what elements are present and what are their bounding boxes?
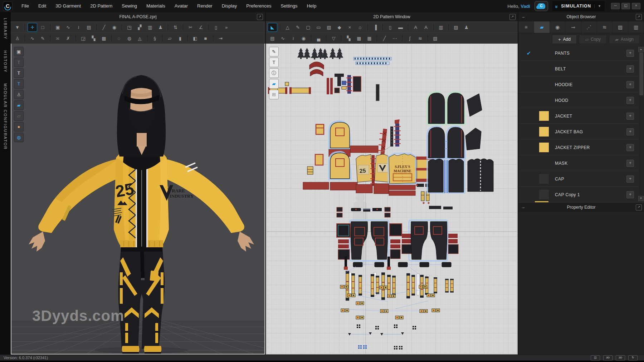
garment-pieces-tool[interactable]: ▞	[135, 23, 145, 32]
tape-b-tool[interactable]: ✗	[63, 34, 73, 43]
scroll-up-icon[interactable]: ▲	[638, 47, 644, 52]
free-sew-tool[interactable]: ≀	[74, 23, 83, 32]
object-row[interactable]: CAP Copy 1	[518, 187, 644, 203]
tab-scene-list[interactable]: ≡	[518, 21, 534, 33]
show-pattern-toggle[interactable]: T	[269, 58, 279, 67]
dart-tool[interactable]: ◆	[335, 23, 344, 32]
segment-sew-tool[interactable]: ▤	[268, 34, 277, 43]
toolbar-separator[interactable]	[111, 35, 112, 41]
toolbar-separator[interactable]	[433, 24, 434, 30]
rectangle-tool[interactable]: ▭	[314, 23, 323, 32]
toolbar-separator[interactable]	[25, 24, 25, 30]
more-tools[interactable]: »	[221, 23, 231, 32]
toolbar-separator[interactable]	[147, 35, 147, 41]
menu-item[interactable]: Preferences	[241, 0, 276, 12]
text-style-tool[interactable]: A	[421, 23, 431, 32]
detect-sew-tool[interactable]: ◉	[299, 34, 308, 43]
ruler-horizontal-tool[interactable]: ▬	[396, 23, 405, 32]
button-lock-tool[interactable]: ◬	[135, 34, 145, 43]
property-editor-header[interactable]: → Property Editor ↗	[518, 203, 644, 212]
row-options-icon[interactable]	[626, 191, 634, 198]
toolbar-separator[interactable]	[377, 35, 377, 41]
avatar-2d-tool[interactable]: ♟	[462, 23, 471, 32]
zipper2-tool[interactable]: §	[150, 34, 160, 43]
menu-item[interactable]: Sewing	[117, 0, 142, 12]
close-button[interactable]: ×	[632, 3, 640, 9]
view-3d-button[interactable]: 3D	[603, 355, 613, 361]
row-options-icon[interactable]	[626, 113, 634, 120]
object-row[interactable]: CAP	[518, 171, 644, 187]
toolbar-separator[interactable]	[50, 24, 50, 30]
internal-shape-tool[interactable]: ▧	[324, 23, 334, 32]
fold-arrangement-tool[interactable]: ▐	[370, 23, 380, 32]
fabric-roll-tool[interactable]: ▱	[165, 34, 175, 43]
iron-tool[interactable]: ▄	[314, 34, 323, 43]
toolbar-separator[interactable]	[213, 35, 213, 41]
app-logo-icon[interactable]: C	[3, 1, 13, 11]
menu-item[interactable]: File	[17, 0, 34, 12]
toolbar-separator[interactable]	[326, 35, 326, 41]
show-avatar-toggle[interactable]: ♙	[14, 90, 24, 99]
check-icon[interactable]	[518, 50, 539, 56]
sewing-machine-tool[interactable]: ▤	[84, 23, 94, 32]
tab-topstitch[interactable]: ⊸	[566, 21, 581, 33]
texture-b-tool[interactable]: ■	[201, 34, 210, 43]
viewport-3d[interactable]: ▣TTT♙▰▱●◍	[11, 44, 265, 354]
menu-item[interactable]: Display	[217, 0, 242, 12]
show-fabric-off-toggle[interactable]: ▱	[14, 111, 24, 121]
polygon-tool[interactable]: ▢	[303, 23, 313, 32]
show-fabric-2d-toggle[interactable]: ▰	[269, 79, 279, 89]
lock-pattern-toggle[interactable]: ⊞	[269, 90, 279, 99]
menu-item[interactable]: Edit	[34, 0, 51, 12]
viewmode-box-toggle[interactable]: ▣	[14, 47, 24, 56]
edit-curve-tool[interactable]: ✎	[293, 23, 303, 32]
tab-puckering[interactable]: ≋	[597, 21, 613, 33]
toolbar-separator[interactable]	[428, 35, 428, 41]
fabric-swatch[interactable]	[539, 190, 549, 199]
pattern-dashed-panel[interactable]	[468, 159, 493, 192]
transform-pattern-tool[interactable]: ◣	[268, 23, 277, 32]
toolbar-separator[interactable]	[341, 35, 341, 41]
dock-tab[interactable]: MODULAR CONFIGURATOR	[3, 83, 8, 150]
menu-item[interactable]: 2D Pattern	[86, 0, 117, 12]
toolbar-separator[interactable]	[122, 24, 122, 30]
menu-item[interactable]: Materials	[142, 0, 170, 12]
collapse-arrow-icon[interactable]: →	[521, 204, 526, 210]
object-row[interactable]: HOOD	[518, 93, 644, 108]
pattern-pieces[interactable]: 25 S.FLEX'S MACHINE	[267, 44, 517, 354]
toolbar-separator[interactable]	[280, 24, 280, 30]
check-icon[interactable]	[518, 144, 539, 151]
mode-dropdown-caret-icon[interactable]: ▼	[594, 4, 601, 8]
flatten-tool[interactable]: ◳	[125, 23, 134, 32]
text-tool[interactable]: A	[411, 23, 420, 32]
show-garment-toggle[interactable]: T	[14, 68, 24, 78]
cloud-account-button[interactable]: C	[535, 1, 548, 11]
pin-tool[interactable]: ╱	[99, 23, 109, 32]
toolbar-separator[interactable]	[311, 35, 311, 41]
toolbar-separator[interactable]	[382, 24, 383, 30]
row-options-icon[interactable]	[626, 50, 634, 57]
button-tool[interactable]: ◌	[114, 34, 124, 43]
buttonhole-tool[interactable]: ◍	[125, 34, 134, 43]
object-row[interactable]: HOODIE	[518, 77, 644, 93]
check-icon[interactable]	[518, 176, 539, 182]
toolbar-separator[interactable]	[367, 24, 368, 30]
refresh-button[interactable]: ↻	[628, 355, 638, 361]
import-tool[interactable]: ▼	[13, 23, 22, 32]
row-options-icon[interactable]	[626, 65, 634, 73]
select-move-tool[interactable]: ✛	[28, 23, 37, 32]
tab-scale[interactable]: ▥	[628, 21, 644, 33]
add-button[interactable]: +Add	[552, 35, 577, 44]
check-icon[interactable]	[518, 81, 539, 88]
collapse-arrow-icon[interactable]: →	[521, 14, 526, 19]
zigzag-tool[interactable]: ≋	[415, 34, 425, 43]
row-options-icon[interactable]	[626, 81, 634, 88]
walk-pose-tool[interactable]: ♙	[13, 34, 22, 43]
assign-button[interactable]: ▰Assign	[609, 35, 640, 44]
check-icon[interactable]	[518, 160, 539, 167]
edit-pattern-tool[interactable]: △	[283, 23, 292, 32]
texture-a-tool[interactable]: ◧	[190, 34, 200, 43]
shirring-tool[interactable]: ∫	[405, 34, 415, 43]
cut-sew-tool[interactable]: ▨	[451, 23, 461, 32]
pattern-b-tool[interactable]: ▩	[99, 34, 109, 43]
